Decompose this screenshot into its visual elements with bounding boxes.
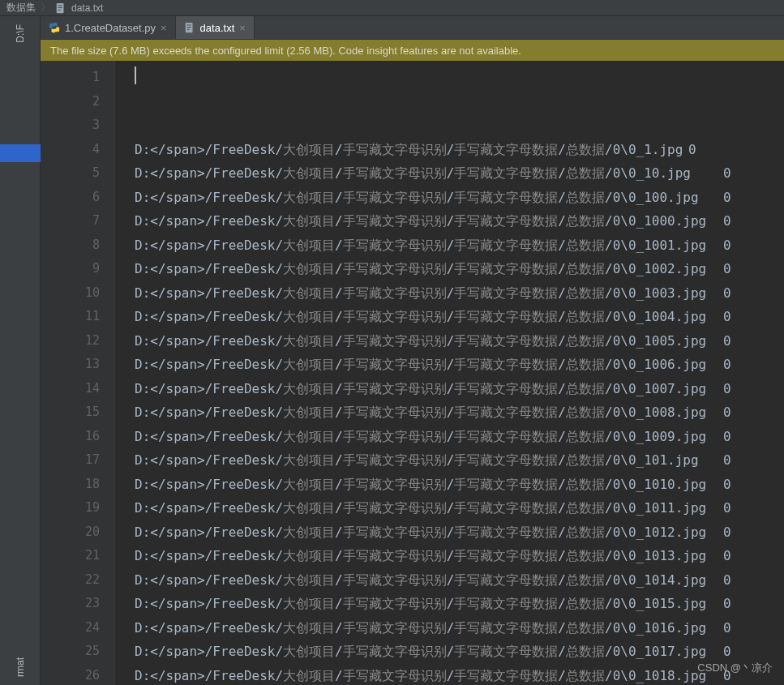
code-line[interactable]: D:</span>/FreeDesk/大创项目/手写藏文字母识别/手写藏文字母数…	[135, 161, 784, 186]
code-line[interactable]: D:</span>/FreeDesk/大创项目/手写藏文字母识别/手写藏文字母数…	[135, 616, 784, 640]
text-editor[interactable]: 1234567891011121314151617181920212223242…	[41, 61, 784, 685]
label-value: 0	[723, 257, 731, 281]
label-value: 0	[723, 377, 731, 401]
tab-data-txt[interactable]: data.txt ×	[176, 16, 255, 39]
label-value: 0	[723, 329, 731, 353]
code-line[interactable]: D:</span>/FreeDesk/大创项目/手写藏文字母识别/手写藏文字母数…	[135, 520, 784, 545]
line-number: 20	[41, 520, 100, 545]
tab-label: 1.CreateDataset.py	[65, 22, 156, 34]
label-value: 0	[723, 400, 731, 425]
sidebar-selection	[0, 144, 41, 162]
label-value: 0	[723, 448, 731, 473]
code-line[interactable]: D:</span>/FreeDesk/大创项目/手写藏文字母识别/手写藏文字母数…	[135, 186, 784, 210]
line-number: 8	[41, 233, 100, 258]
code-line[interactable]: D:</span>/FreeDesk/大创项目/手写藏文字母识别/手写藏文字母数…	[135, 233, 784, 258]
file-size-warning: The file size (7.6 MB) exceeds the confi…	[41, 40, 784, 61]
label-value: 0	[723, 592, 731, 616]
code-line[interactable]: D:</span>/FreeDesk/大创项目/手写藏文字母识别/手写藏文字母数…	[135, 664, 784, 686]
line-number: 4	[41, 138, 100, 162]
code-line[interactable]: D:</span>/FreeDesk/大创项目/手写藏文字母识别/手写藏文字母数…	[135, 257, 784, 281]
label-value: 0	[688, 138, 696, 162]
line-number: 7	[41, 209, 100, 233]
code-line[interactable]: D:</span>/FreeDesk/大创项目/手写藏文字母识别/手写藏文字母数…	[135, 329, 784, 353]
warning-text: The file size (7.6 MB) exceeds the confi…	[50, 45, 521, 57]
label-value: 0	[723, 425, 731, 449]
code-line[interactable]: D:</span>/FreeDesk/大创项目/手写藏文字母识别/手写藏文字母数…	[135, 425, 784, 449]
watermark: CSDN @丶凉介	[697, 661, 773, 675]
line-number: 9	[41, 257, 100, 281]
close-icon[interactable]: ×	[161, 22, 167, 34]
label-value: 0	[723, 520, 731, 545]
line-number: 10	[41, 281, 100, 306]
text-file-icon	[55, 2, 66, 14]
line-number: 12	[41, 329, 100, 353]
label-value: 0	[723, 209, 731, 233]
code-line[interactable]: D:</span>/FreeDesk/大创项目/手写藏文字母识别/手写藏文字母数…	[135, 496, 784, 520]
line-number: 6	[41, 186, 100, 210]
code-line[interactable]: D:</span>/FreeDesk/大创项目/手写藏文字母识别/手写藏文字母数…	[135, 473, 784, 497]
code-line[interactable]: D:</span>/FreeDesk/大创项目/手写藏文字母识别/手写藏文字母数…	[135, 353, 784, 377]
label-value: 0	[723, 473, 731, 497]
label-value: 0	[723, 186, 731, 210]
line-number: 1	[41, 66, 100, 90]
line-number: 23	[41, 592, 100, 616]
editor-tabs: 1.CreateDataset.py × data.txt ×	[41, 16, 784, 40]
sidebar-tool-label: rmat	[15, 649, 26, 685]
tab-label: data.txt	[200, 22, 235, 34]
code-line[interactable]: D:</span>/FreeDesk/大创项目/手写藏文字母识别/手写藏文字母数…	[135, 544, 784, 568]
label-value: 0	[723, 496, 731, 520]
breadcrumb-separator: 〉	[41, 1, 50, 15]
label-value: 0	[723, 161, 731, 186]
code-line[interactable]: D:</span>/FreeDesk/大创项目/手写藏文字母识别/手写藏文字母数…	[135, 640, 784, 664]
line-number: 21	[41, 544, 100, 568]
label-value: 0	[723, 281, 731, 306]
line-number: 3	[41, 113, 100, 138]
code-line[interactable]: D:</span>/FreeDesk/大创项目/手写藏文字母识别/手写藏文字母数…	[135, 281, 784, 306]
line-number: 14	[41, 377, 100, 401]
svg-rect-5	[186, 25, 191, 26]
label-value: 0	[723, 616, 731, 640]
line-number: 19	[41, 496, 100, 520]
code-line[interactable]: D:</span>/FreeDesk/大创项目/手写藏文字母识别/手写藏文字母数…	[135, 568, 784, 593]
line-number: 26	[41, 664, 100, 686]
code-line[interactable]: D:</span>/FreeDesk/大创项目/手写藏文字母识别/手写藏文字母数…	[135, 448, 784, 473]
close-icon[interactable]: ×	[239, 22, 246, 34]
tab-create-dataset[interactable]: 1.CreateDataset.py ×	[41, 16, 176, 39]
code-area[interactable]: D:</span>/FreeDesk/大创项目/手写藏文字母识别/手写藏文字母数…	[115, 61, 784, 685]
code-line[interactable]: D:</span>/FreeDesk/大创项目/手写藏文字母识别/手写藏文字母数…	[135, 305, 784, 329]
svg-rect-7	[186, 29, 190, 30]
line-number: 5	[41, 161, 100, 186]
text-caret	[135, 66, 136, 84]
line-number: 2	[41, 90, 100, 114]
label-value: 0	[723, 544, 731, 568]
label-value: 0	[723, 305, 731, 329]
project-sidebar[interactable]: D:\F rmat	[0, 16, 41, 685]
code-line[interactable]: D:</span>/FreeDesk/大创项目/手写藏文字母识别/手写藏文字母数…	[135, 400, 784, 425]
code-line[interactable]: D:</span>/FreeDesk/大创项目/手写藏文字母识别/手写藏文字母数…	[135, 592, 784, 616]
svg-rect-6	[186, 27, 191, 28]
breadcrumb-file[interactable]: data.txt	[71, 2, 103, 14]
line-number: 13	[41, 353, 100, 377]
line-number: 11	[41, 305, 100, 329]
line-number: 25	[41, 640, 100, 664]
code-line[interactable]: D:</span>/FreeDesk/大创项目/手写藏文字母识别/手写藏文字母数…	[135, 377, 784, 401]
svg-rect-3	[58, 9, 62, 10]
label-value: 0	[723, 233, 731, 258]
sidebar-drive-label: D:\F	[15, 16, 26, 51]
code-line[interactable]: D:</span>/FreeDesk/大创项目/手写藏文字母识别/手写藏文字母数…	[135, 138, 784, 162]
label-value: 0	[723, 353, 731, 377]
svg-rect-1	[58, 5, 62, 6]
line-number: 16	[41, 425, 100, 449]
line-number: 17	[41, 448, 100, 473]
gutter: 1234567891011121314151617181920212223242…	[41, 61, 115, 685]
line-number: 15	[41, 400, 100, 425]
breadcrumb: 数据集 〉 data.txt	[0, 0, 784, 16]
label-value: 0	[723, 568, 731, 593]
line-number: 22	[41, 568, 100, 593]
line-number: 18	[41, 473, 100, 497]
line-number: 24	[41, 616, 100, 640]
code-line[interactable]: D:</span>/FreeDesk/大创项目/手写藏文字母识别/手写藏文字母数…	[135, 209, 784, 233]
breadcrumb-folder[interactable]: 数据集	[6, 1, 36, 15]
svg-rect-2	[58, 7, 62, 8]
python-file-icon	[49, 22, 60, 33]
